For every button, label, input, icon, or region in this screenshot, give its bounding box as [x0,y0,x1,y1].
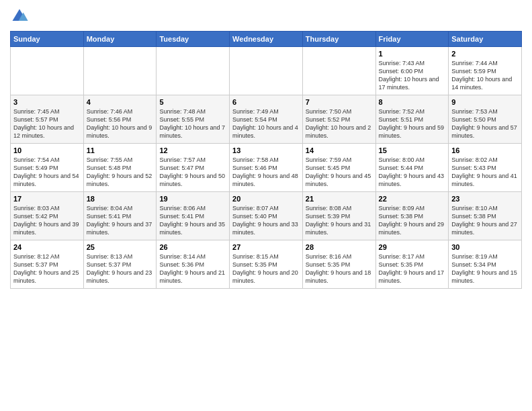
column-header-monday: Monday [83,32,157,47]
page-container: SundayMondayTuesdayWednesdayThursdayFrid… [0,0,532,295]
day-number: 22 [379,195,446,203]
day-number: 28 [306,243,373,251]
day-cell: 13Sunrise: 7:58 AM Sunset: 5:46 PM Dayli… [230,144,303,192]
day-cell: 15Sunrise: 8:00 AM Sunset: 5:44 PM Dayli… [375,144,449,192]
day-cell: 4Sunrise: 7:46 AM Sunset: 5:56 PM Daylig… [83,95,157,144]
day-info: Sunrise: 8:12 AM Sunset: 5:37 PM Dayligh… [13,253,81,285]
day-number: 7 [306,98,373,106]
day-number: 17 [13,195,81,203]
day-number: 1 [379,50,446,58]
day-info: Sunrise: 7:57 AM Sunset: 5:47 PM Dayligh… [159,156,226,189]
day-number: 13 [232,146,300,154]
day-number: 16 [451,146,519,154]
day-info: Sunrise: 7:50 AM Sunset: 5:52 PM Dayligh… [306,107,373,140]
day-info: Sunrise: 7:54 AM Sunset: 5:49 PM Dayligh… [13,156,81,189]
day-number: 26 [159,243,226,251]
day-cell: 27Sunrise: 8:15 AM Sunset: 5:35 PM Dayli… [230,240,303,289]
day-cell: 23Sunrise: 8:10 AM Sunset: 5:38 PM Dayli… [449,192,522,240]
day-info: Sunrise: 8:09 AM Sunset: 5:38 PM Dayligh… [379,204,446,237]
day-info: Sunrise: 8:08 AM Sunset: 5:39 PM Dayligh… [306,204,373,237]
column-header-tuesday: Tuesday [157,32,230,47]
day-info: Sunrise: 8:10 AM Sunset: 5:38 PM Dayligh… [451,204,519,237]
column-header-friday: Friday [375,32,449,47]
week-row-3: 10Sunrise: 7:54 AM Sunset: 5:49 PM Dayli… [11,144,522,192]
day-info: Sunrise: 7:49 AM Sunset: 5:54 PM Dayligh… [232,107,300,140]
day-info: Sunrise: 8:07 AM Sunset: 5:40 PM Dayligh… [232,204,300,237]
day-cell: 30Sunrise: 8:19 AM Sunset: 5:34 PM Dayli… [449,240,522,289]
day-cell: 21Sunrise: 8:08 AM Sunset: 5:39 PM Dayli… [302,192,375,240]
day-info: Sunrise: 7:44 AM Sunset: 5:59 PM Dayligh… [451,59,519,92]
header [10,7,522,26]
day-cell: 14Sunrise: 7:59 AM Sunset: 5:45 PM Dayli… [302,144,375,192]
column-header-saturday: Saturday [449,32,522,47]
day-cell: 16Sunrise: 8:02 AM Sunset: 5:43 PM Dayli… [449,144,522,192]
day-cell: 17Sunrise: 8:03 AM Sunset: 5:42 PM Dayli… [11,192,84,240]
day-number: 20 [232,195,300,203]
week-row-5: 24Sunrise: 8:12 AM Sunset: 5:37 PM Dayli… [11,240,522,289]
calendar-header: SundayMondayTuesdayWednesdayThursdayFrid… [11,32,522,47]
day-info: Sunrise: 7:48 AM Sunset: 5:55 PM Dayligh… [159,107,226,140]
day-info: Sunrise: 7:58 AM Sunset: 5:46 PM Dayligh… [232,156,300,189]
day-number: 9 [451,98,519,106]
day-number: 23 [451,195,519,203]
day-number: 8 [379,98,446,106]
day-cell: 10Sunrise: 7:54 AM Sunset: 5:49 PM Dayli… [11,144,84,192]
day-number: 15 [379,146,446,154]
day-info: Sunrise: 8:16 AM Sunset: 5:35 PM Dayligh… [306,253,373,285]
header-row: SundayMondayTuesdayWednesdayThursdayFrid… [11,32,522,47]
column-header-thursday: Thursday [302,32,375,47]
day-number: 10 [13,146,81,154]
day-info: Sunrise: 7:46 AM Sunset: 5:56 PM Dayligh… [87,107,154,140]
day-cell: 11Sunrise: 7:55 AM Sunset: 5:48 PM Dayli… [83,144,157,192]
column-header-sunday: Sunday [11,32,84,47]
day-cell [11,47,84,95]
day-cell: 8Sunrise: 7:52 AM Sunset: 5:51 PM Daylig… [375,95,449,144]
day-number: 21 [306,195,373,203]
day-cell: 25Sunrise: 8:13 AM Sunset: 5:37 PM Dayli… [83,240,157,289]
day-cell: 6Sunrise: 7:49 AM Sunset: 5:54 PM Daylig… [230,95,303,144]
week-row-4: 17Sunrise: 8:03 AM Sunset: 5:42 PM Dayli… [11,192,522,240]
day-number: 14 [306,146,373,154]
day-number: 29 [379,243,446,251]
day-cell: 20Sunrise: 8:07 AM Sunset: 5:40 PM Dayli… [230,192,303,240]
day-info: Sunrise: 8:13 AM Sunset: 5:37 PM Dayligh… [87,253,154,285]
day-info: Sunrise: 8:15 AM Sunset: 5:35 PM Dayligh… [232,253,300,285]
calendar-body: 1Sunrise: 7:43 AM Sunset: 6:00 PM Daylig… [11,47,522,289]
day-number: 6 [232,98,300,106]
day-cell: 7Sunrise: 7:50 AM Sunset: 5:52 PM Daylig… [302,95,375,144]
day-info: Sunrise: 8:00 AM Sunset: 5:44 PM Dayligh… [379,156,446,189]
day-cell [230,47,303,95]
day-info: Sunrise: 7:55 AM Sunset: 5:48 PM Dayligh… [87,156,154,189]
day-number: 24 [13,243,81,251]
day-info: Sunrise: 7:45 AM Sunset: 5:57 PM Dayligh… [13,107,81,140]
day-info: Sunrise: 7:59 AM Sunset: 5:45 PM Dayligh… [306,156,373,189]
day-info: Sunrise: 8:14 AM Sunset: 5:36 PM Dayligh… [159,253,226,285]
week-row-2: 3Sunrise: 7:45 AM Sunset: 5:57 PM Daylig… [11,95,522,144]
day-cell: 1Sunrise: 7:43 AM Sunset: 6:00 PM Daylig… [375,47,449,95]
day-cell: 3Sunrise: 7:45 AM Sunset: 5:57 PM Daylig… [11,95,84,144]
day-info: Sunrise: 8:04 AM Sunset: 5:41 PM Dayligh… [87,204,154,237]
day-number: 12 [159,146,226,154]
day-cell: 2Sunrise: 7:44 AM Sunset: 5:59 PM Daylig… [449,47,522,95]
day-cell: 5Sunrise: 7:48 AM Sunset: 5:55 PM Daylig… [157,95,230,144]
day-number: 19 [159,195,226,203]
day-number: 2 [451,50,519,58]
column-header-wednesday: Wednesday [230,32,303,47]
day-info: Sunrise: 7:52 AM Sunset: 5:51 PM Dayligh… [379,107,446,140]
day-cell: 9Sunrise: 7:53 AM Sunset: 5:50 PM Daylig… [449,95,522,144]
day-cell: 28Sunrise: 8:16 AM Sunset: 5:35 PM Dayli… [302,240,375,289]
day-cell [83,47,157,95]
day-number: 25 [87,243,154,251]
logo [10,7,32,26]
day-number: 5 [159,98,226,106]
week-row-1: 1Sunrise: 7:43 AM Sunset: 6:00 PM Daylig… [11,47,522,95]
day-cell: 29Sunrise: 8:17 AM Sunset: 5:35 PM Dayli… [375,240,449,289]
day-cell: 19Sunrise: 8:06 AM Sunset: 5:41 PM Dayli… [157,192,230,240]
day-cell: 22Sunrise: 8:09 AM Sunset: 5:38 PM Dayli… [375,192,449,240]
day-cell: 12Sunrise: 7:57 AM Sunset: 5:47 PM Dayli… [157,144,230,192]
logo-icon [10,7,29,26]
day-number: 27 [232,243,300,251]
day-cell: 24Sunrise: 8:12 AM Sunset: 5:37 PM Dayli… [11,240,84,289]
day-info: Sunrise: 8:19 AM Sunset: 5:34 PM Dayligh… [451,253,519,285]
day-number: 3 [13,98,81,106]
